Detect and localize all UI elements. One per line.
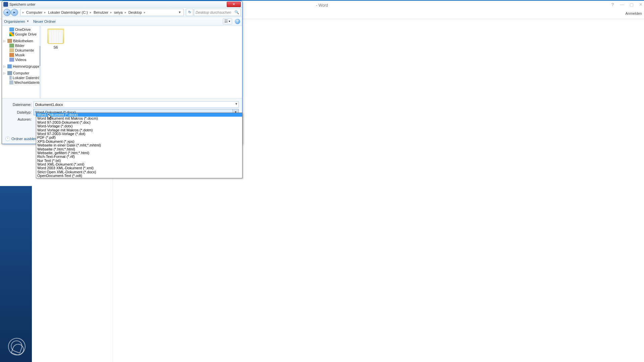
filetype-option[interactable]: Webseite in einer Datei (*.mht;*.mhtml) — [36, 143, 242, 147]
filetype-option[interactable]: Word-Vorlage (*.dotx) — [36, 124, 242, 128]
chevron-right-icon: ▸ — [44, 11, 47, 14]
filetype-option[interactable]: OpenDocument-Text (*.odt) — [36, 174, 242, 178]
organize-button[interactable]: Organisieren ▼ — [4, 19, 29, 23]
address-dropdown[interactable]: ▾ — [177, 10, 182, 14]
chevron-right-icon: ▸ — [89, 11, 92, 14]
videos-icon — [9, 58, 14, 62]
expand-icon[interactable]: ▷ — [3, 71, 6, 75]
minimize-button[interactable]: — — [620, 2, 624, 7]
filename-value: Dokument1.docx — [35, 103, 63, 107]
back-button[interactable]: ◄ — [3, 9, 11, 16]
crumb-disk[interactable]: Lokaler Datenträger (C:) — [47, 10, 89, 14]
tree-gdrive[interactable]: Google Drive — [2, 32, 41, 37]
view-mode-button[interactable]: ☷▼ — [223, 18, 232, 24]
search-input[interactable]: Desktop durchsuchen 🔍 — [194, 9, 241, 16]
pictures-icon — [9, 44, 14, 48]
tree-onedrive[interactable]: OneDrive — [2, 27, 41, 32]
dialog-title: Speichern unter — [9, 2, 36, 6]
chevron-right-icon: ▸ — [22, 11, 25, 14]
chevron-down-icon: ▼ — [26, 20, 29, 23]
folder-label: S6 — [53, 45, 58, 49]
documents-icon — [9, 48, 14, 52]
folder-item[interactable]: S6 — [44, 28, 68, 49]
window-controls: — ▢ ✕ — [620, 2, 643, 7]
help-icon[interactable]: ? — [611, 2, 614, 7]
crumb-users[interactable]: Benutzer — [92, 10, 110, 14]
chevron-down-icon[interactable]: ▼ — [235, 102, 238, 106]
search-icon: 🔍 — [234, 10, 239, 14]
tree-documents[interactable]: Dokumente — [2, 48, 41, 53]
homegroup-icon — [7, 64, 12, 68]
tree-removable[interactable]: Wechseldatentr — [2, 80, 41, 85]
disk-icon — [9, 76, 12, 80]
refresh-button[interactable]: ↻ — [186, 9, 193, 16]
authors-label: Autoren: — [5, 117, 32, 121]
dialog-titlebar[interactable]: Speichern unter ✕ — [2, 1, 242, 8]
tree-videos[interactable]: Videos — [2, 57, 41, 62]
filetype-label: Dateityp: — [5, 110, 32, 114]
dialog-help-button[interactable]: ? — [235, 19, 240, 24]
tree-music[interactable]: Musik — [2, 53, 41, 57]
maximize-button[interactable]: ▢ — [630, 2, 634, 7]
filetype-dropdown-list[interactable]: Word-Dokument (*.docx)Word Dokument mit … — [36, 113, 243, 178]
new-folder-button[interactable]: Neuer Ordner — [33, 19, 56, 23]
file-list[interactable]: S6 — [41, 26, 242, 98]
navigation-tree[interactable]: OneDrive Google Drive ▷Bibliotheken Bild… — [2, 26, 41, 98]
sign-in-link[interactable]: Anmelden — [625, 11, 642, 15]
forward-button[interactable]: ► — [11, 9, 18, 16]
crumb-computer[interactable]: Computer — [25, 10, 44, 14]
search-placeholder: Desktop durchsuchen — [196, 10, 231, 14]
cloud-icon — [9, 27, 14, 32]
chevron-right-icon: ▸ — [143, 11, 146, 14]
dialog-toolbar: Organisieren ▼ Neuer Ordner ☷▼ ? — [2, 17, 242, 26]
tree-libraries[interactable]: ▷Bibliotheken — [2, 39, 41, 43]
filename-label: Dateiname: — [5, 103, 32, 107]
computer-icon — [7, 71, 12, 75]
tree-localdisk[interactable]: Lokaler Datenträ — [2, 75, 41, 80]
tree-pictures[interactable]: Bilder — [2, 43, 41, 48]
navigation-row: ◄ ► ▸ Computer ▸ Lokaler Datenträger (C:… — [2, 8, 242, 17]
expand-icon[interactable]: ▷ — [3, 65, 6, 68]
close-button[interactable]: ✕ — [639, 2, 643, 7]
crumb-user[interactable]: seiya — [113, 10, 124, 14]
tree-homegroup[interactable]: ▷Heimnetzgruppe — [2, 64, 41, 69]
address-bar[interactable]: ▸ Computer ▸ Lokaler Datenträger (C:) ▸ … — [20, 9, 184, 16]
crumb-desktop[interactable]: Desktop — [127, 10, 143, 14]
desktop-panel — [0, 186, 32, 362]
disk-icon — [9, 80, 13, 84]
chevron-down-icon: ▼ — [228, 20, 231, 22]
chevron-right-icon: ▸ — [124, 11, 127, 14]
music-icon — [9, 53, 14, 57]
organize-label: Organisieren — [4, 19, 25, 23]
word-title-text: - Word — [316, 3, 328, 8]
chevron-right-icon: ▸ — [110, 11, 113, 14]
chevron-up-icon: ˄ — [5, 136, 10, 141]
library-icon — [7, 39, 12, 43]
folder-icon — [47, 28, 64, 44]
dialog-close-button[interactable]: ✕ — [227, 2, 241, 7]
filetype-option[interactable]: Word 97-2003-Vorlage (*.dot) — [36, 132, 242, 136]
butterfly-icon — [6, 336, 28, 358]
save-as-dialog: Speichern unter ✕ ◄ ► ▸ Computer ▸ Lokal… — [2, 1, 243, 144]
word-icon — [3, 2, 8, 7]
filetype-option[interactable]: Rich-Text-Format (*.rtf) — [36, 155, 242, 159]
tree-scroll-thumb[interactable] — [39, 46, 41, 66]
gdrive-icon — [9, 32, 14, 36]
expand-icon[interactable]: ▷ — [3, 39, 6, 43]
filename-input[interactable]: Dokument1.docx ▼ — [34, 101, 239, 108]
tree-computer[interactable]: ▷Computer — [2, 71, 41, 75]
